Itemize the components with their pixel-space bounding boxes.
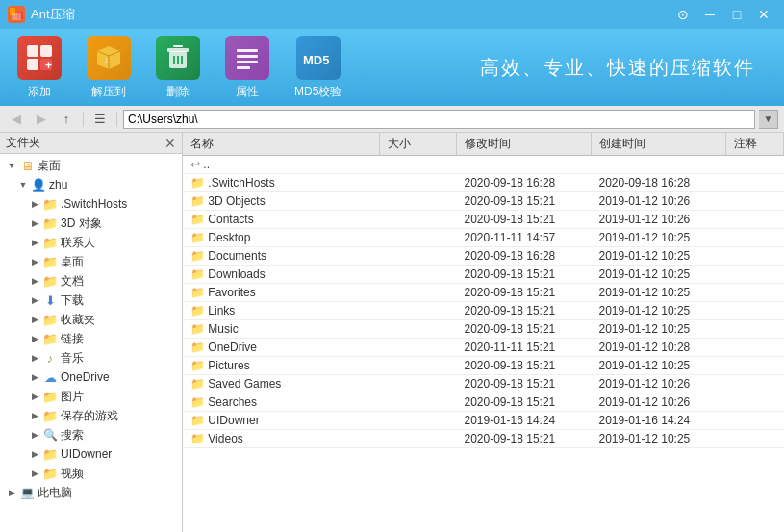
delete-button[interactable]: 删除 [148, 32, 208, 104]
table-row[interactable]: 📁 Videos 2020-09-18 15:21 2019-01-12 10:… [183, 430, 784, 448]
tree-item-downloads[interactable]: ▶ ⬇ 下载 [0, 291, 182, 310]
tree-item-uidowner[interactable]: ▶ 📁 UIDowner [0, 444, 182, 464]
tree-item-onedrive[interactable]: ▶ ☁ OneDrive [0, 367, 182, 387]
tree-label: 桌面 [61, 254, 84, 270]
expander[interactable]: ▶ [27, 334, 42, 343]
table-row[interactable]: 📁 Favorites 2020-09-18 15:21 2019-01-12 … [183, 284, 784, 302]
expander[interactable]: ▶ [27, 276, 42, 286]
tree-label: 桌面 [38, 158, 61, 174]
tree-item-favorites[interactable]: ▶ 📁 收藏夹 [0, 310, 182, 329]
file-icon: 📁 [190, 267, 205, 281]
tree-item-3d[interactable]: ▶ 📁 3D 对象 [0, 214, 182, 233]
table-row[interactable]: 📁 OneDrive 2020-11-11 15:21 2019-01-12 1… [183, 339, 784, 357]
tree-item-desktop[interactable]: ▼ 🖥 桌面 [0, 156, 182, 175]
expander[interactable]: ▼ [4, 161, 19, 170]
tree-item-thispc[interactable]: ▶ 💻 此电脑 [0, 483, 182, 502]
view-btn[interactable]: ☰ [89, 110, 111, 129]
expander[interactable]: ▶ [27, 218, 42, 228]
cell-note [726, 302, 784, 320]
tree-item-zhu[interactable]: ▼ 👤 zhu [0, 175, 182, 194]
table-row[interactable]: 📁 Links 2020-09-18 15:21 2019-01-12 10:2… [183, 302, 784, 320]
slogan: 高效、专业、快速的压缩软件 [359, 55, 774, 81]
svg-text:↓: ↓ [104, 55, 109, 65]
col-header-modified[interactable]: 修改时间 [457, 133, 592, 156]
table-row[interactable]: 📁 3D Objects 2020-09-18 15:21 2019-01-12… [183, 192, 784, 211]
maximize-btn[interactable]: □ [724, 5, 749, 24]
tree-item-contacts[interactable]: ▶ 📁 联系人 [0, 233, 182, 252]
expander[interactable]: ▶ [27, 238, 42, 247]
props-button[interactable]: 属性 [217, 32, 277, 104]
expander[interactable]: ▶ [27, 449, 42, 459]
expander[interactable]: ▶ [27, 372, 42, 382]
cell-created: 2019-01-12 10:28 [592, 339, 726, 357]
col-header-created[interactable]: 创建时间 [592, 133, 726, 156]
md5-button[interactable]: MD5 MD5校验 [287, 32, 349, 104]
table-row[interactable]: 📁 .SwitchHosts 2020-09-18 16:28 2020-09-… [183, 174, 784, 192]
cell-created: 2019-01-12 10:26 [592, 211, 726, 229]
cell-modified: 2020-09-18 15:21 [457, 192, 592, 211]
expander[interactable]: ▶ [27, 295, 42, 305]
table-row[interactable]: 📁 Searches 2020-09-18 15:21 2019-01-12 1… [183, 393, 784, 412]
cell-note [726, 357, 784, 375]
cell-modified: 2020-09-18 16:28 [457, 247, 592, 266]
table-row[interactable]: 📁 Desktop 2020-11-11 14:57 2019-01-12 10… [183, 229, 784, 247]
expander[interactable]: ▶ [27, 257, 42, 266]
table-row[interactable]: ↩ .. [183, 156, 784, 174]
cell-created: 2019-01-12 10:25 [592, 247, 726, 266]
tree-area: ▼ 🖥 桌面 ▼ 👤 zhu ▶ 📁 .SwitchHosts [0, 154, 182, 532]
extract-button[interactable]: ↓ 解压到 [79, 32, 139, 104]
tree-item-pictures[interactable]: ▶ 📁 图片 [0, 387, 182, 406]
tree-item-searches[interactable]: ▶ 🔍 搜索 [0, 425, 182, 444]
minimize-btn[interactable]: ─ [697, 5, 722, 24]
cell-name: 📁 UIDowner [183, 412, 380, 430]
md5-label: MD5校验 [294, 84, 341, 100]
add-button[interactable]: + 添加 [10, 32, 69, 104]
expander[interactable]: ▶ [27, 430, 42, 440]
col-header-size[interactable]: 大小 [380, 133, 457, 156]
cell-size [380, 375, 457, 393]
target-btn[interactable]: ⊙ [670, 5, 695, 24]
table-row[interactable]: 📁 Music 2020-09-18 15:21 2019-01-12 10:2… [183, 320, 784, 339]
expander[interactable]: ▶ [27, 315, 42, 324]
table-row[interactable]: 📁 Pictures 2020-09-18 15:21 2019-01-12 1… [183, 357, 784, 375]
up-btn[interactable]: ↑ [56, 110, 77, 129]
forward-btn[interactable]: ▶ [31, 110, 52, 129]
expander[interactable]: ▶ [27, 469, 42, 478]
panel-close-btn[interactable]: ✕ [164, 136, 176, 151]
col-header-name[interactable]: 名称 [183, 133, 380, 156]
expander[interactable]: ▼ [15, 180, 31, 190]
tree-item-videos[interactable]: ▶ 📁 视频 [0, 464, 182, 483]
expander[interactable]: ▶ [27, 411, 42, 420]
cell-modified: 2020-09-18 15:21 [457, 284, 592, 302]
expander[interactable]: ▶ [4, 488, 19, 497]
tree-item-switchhosts[interactable]: ▶ 📁 .SwitchHosts [0, 194, 182, 214]
table-row[interactable]: 📁 Contacts 2020-09-18 15:21 2019-01-12 1… [183, 211, 784, 229]
cell-name: 📁 Music [183, 320, 380, 339]
table-row[interactable]: 📁 Documents 2020-09-18 16:28 2019-01-12 … [183, 247, 784, 266]
tree-item-desktop2[interactable]: ▶ 📁 桌面 [0, 252, 182, 271]
tree-item-savedgames[interactable]: ▶ 📁 保存的游戏 [0, 406, 182, 425]
back-btn[interactable]: ◀ [6, 110, 27, 129]
cell-created: 2019-01-12 10:25 [592, 320, 726, 339]
col-header-note[interactable]: 注释 [726, 133, 784, 156]
address-dropdown[interactable]: ▼ [759, 110, 778, 129]
tree-item-links[interactable]: ▶ 📁 链接 [0, 329, 182, 348]
cell-size [380, 211, 457, 229]
expander[interactable]: ▶ [27, 199, 42, 209]
file-icon: 📁 [190, 341, 205, 354]
close-btn[interactable]: ✕ [751, 5, 776, 24]
address-bar[interactable]: C:\Users\zhu\ [123, 110, 755, 129]
cell-modified: 2020-11-11 14:57 [457, 229, 592, 247]
table-row[interactable]: 📁 Downloads 2020-09-18 15:21 2019-01-12 … [183, 266, 784, 284]
cell-name: 📁 Favorites [183, 284, 380, 302]
cell-note [726, 156, 784, 174]
expander[interactable]: ▶ [27, 392, 42, 401]
folder-icon: 📁 [42, 198, 58, 210]
tree-item-docs[interactable]: ▶ 📁 文档 [0, 271, 182, 291]
expander[interactable]: ▶ [27, 353, 42, 363]
table-row[interactable]: 📁 Saved Games 2020-09-18 15:21 2019-01-1… [183, 375, 784, 393]
svg-rect-18 [237, 66, 250, 69]
tree-item-music[interactable]: ▶ ♪ 音乐 [0, 348, 182, 367]
table-row[interactable]: 📁 UIDowner 2019-01-16 14:24 2019-01-16 1… [183, 412, 784, 430]
tree-label: UIDowner [61, 447, 112, 461]
